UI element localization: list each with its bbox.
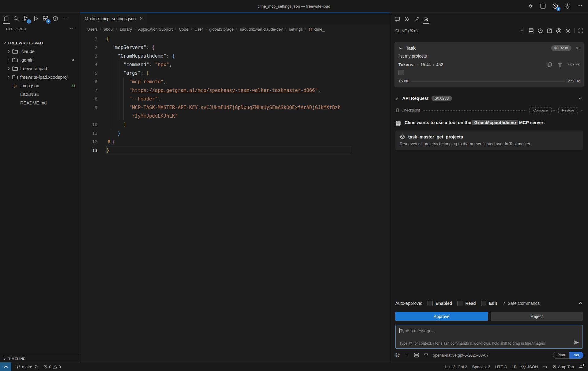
open-in-editor-button[interactable] bbox=[547, 28, 552, 34]
status-label: Amp Tab bbox=[558, 365, 574, 369]
mcp-servers-button[interactable] bbox=[528, 28, 534, 34]
activity-search[interactable] bbox=[12, 13, 21, 24]
chevron-down-icon bbox=[2, 40, 7, 45]
auto-approve-read[interactable]: Read bbox=[457, 301, 476, 306]
status-branch[interactable]: main* bbox=[14, 362, 41, 371]
chevron-separator: › bbox=[100, 27, 101, 31]
layout-columns-button[interactable] bbox=[540, 3, 546, 9]
checkbox[interactable] bbox=[481, 301, 486, 306]
auto-approve-edit[interactable]: Edit bbox=[481, 301, 497, 306]
tree-item-readme-md[interactable]: README.md bbox=[0, 99, 80, 107]
checkbox[interactable] bbox=[457, 301, 462, 306]
view-double-chevron[interactable] bbox=[403, 14, 411, 24]
tree-item-license[interactable]: LICENSE bbox=[0, 90, 80, 99]
breadcrumb-item[interactable]: Users bbox=[87, 27, 98, 32]
openai-button[interactable] bbox=[528, 3, 534, 9]
breadcrumb-item[interactable]: Library bbox=[120, 27, 132, 32]
chevron-down-icon[interactable] bbox=[398, 46, 403, 51]
account-button[interactable]: 1 bbox=[552, 3, 559, 9]
timeline-section[interactable]: TIMELINE bbox=[0, 355, 80, 362]
tool-intro: Cline wants to use a tool on theGramMcpa… bbox=[395, 120, 583, 126]
checkbox[interactable] bbox=[428, 301, 433, 306]
plus-button[interactable] bbox=[404, 352, 410, 358]
auto-approve-enabled[interactable]: Enabled bbox=[428, 301, 452, 306]
approve-button[interactable]: Approve bbox=[395, 312, 488, 321]
count-badge: 2 bbox=[27, 19, 31, 24]
status-amp-tab[interactable]: Amp Tab bbox=[550, 362, 576, 371]
status-indentation[interactable]: Spaces: 2 bbox=[469, 362, 492, 371]
status-eol[interactable]: LF bbox=[509, 362, 519, 371]
plus-button[interactable] bbox=[519, 28, 525, 34]
compare-button[interactable]: Compare bbox=[530, 108, 551, 113]
model-name[interactable]: openai-native:gpt-5-2025-08-07 bbox=[433, 353, 488, 358]
restore-button[interactable]: Restore bbox=[558, 108, 578, 113]
breadcrumb-file[interactable]: cline_ bbox=[314, 27, 325, 32]
code-row: rIyYmJpduLKJhLK" bbox=[80, 112, 390, 120]
at-button[interactable]: @ bbox=[395, 352, 400, 358]
reject-button[interactable]: Reject bbox=[491, 312, 583, 321]
check-icon: ✓ bbox=[395, 96, 399, 101]
activity-explorer-files[interactable] bbox=[2, 13, 11, 24]
tree-root[interactable]: FREEWRITE-IPAD bbox=[0, 39, 80, 47]
activity-extensions[interactable]: 2 bbox=[41, 13, 50, 24]
tree-item-freewrite-ipad[interactable]: freewrite-ipad bbox=[0, 64, 80, 73]
folder-icon bbox=[12, 66, 18, 72]
breadcrumb-item[interactable]: Application Support bbox=[138, 27, 173, 32]
breadcrumb-item[interactable]: settings bbox=[289, 27, 303, 32]
activity-remote-cube[interactable] bbox=[51, 13, 60, 24]
explorer-more-button[interactable]: ⋯ bbox=[70, 26, 75, 32]
code-editor[interactable]: 1 { 2 "mcpServers": { 3 "GramMcpauthdemo… bbox=[80, 34, 390, 362]
chevron-down-icon[interactable] bbox=[578, 96, 583, 101]
error-icon bbox=[43, 365, 47, 369]
plan-mode-button[interactable]: Plan bbox=[553, 352, 569, 359]
tab-close-icon[interactable]: ✕ bbox=[139, 16, 144, 21]
more-button[interactable]: ⋯ bbox=[577, 3, 583, 9]
remote-indicator[interactable]: >< bbox=[0, 362, 11, 371]
tab-cline-mcp-settings[interactable]: {..} cline_mcp_settings.json ✕ bbox=[80, 13, 147, 25]
view-cline-robot[interactable] bbox=[422, 14, 430, 24]
status-copilot[interactable] bbox=[541, 362, 550, 371]
view-comment[interactable] bbox=[393, 14, 401, 24]
view-amp[interactable] bbox=[412, 14, 420, 24]
status-notifications[interactable] bbox=[576, 362, 586, 371]
tree-item-freewrite-ipad-xcodeproj[interactable]: freewrite-ipad.xcodeproj bbox=[0, 73, 80, 81]
settings-gear-button[interactable] bbox=[564, 3, 571, 9]
settings-gear-button[interactable] bbox=[565, 28, 571, 34]
history-button[interactable] bbox=[537, 28, 543, 34]
send-icon[interactable] bbox=[573, 339, 579, 346]
context-rows-button[interactable] bbox=[414, 352, 419, 358]
breadcrumb-item[interactable]: Code bbox=[179, 27, 188, 32]
lightbulb-icon[interactable] bbox=[106, 138, 111, 144]
close-icon[interactable]: ✕ bbox=[575, 46, 580, 51]
rules-scale-button[interactable] bbox=[423, 352, 429, 358]
breadcrumb-item[interactable]: User bbox=[194, 27, 203, 32]
breadcrumb-item[interactable]: saoudrizwan.claude-dev bbox=[240, 27, 283, 32]
tree-item-gemini[interactable]: .gemini bbox=[0, 56, 80, 64]
activity-more[interactable]: ⋯ bbox=[61, 13, 70, 24]
status-encoding[interactable]: UTF-8 bbox=[493, 362, 509, 371]
expand-button[interactable] bbox=[578, 28, 584, 34]
breadcrumb-item[interactable]: globalStorage bbox=[209, 27, 234, 32]
code-line: "--header", bbox=[97, 95, 160, 103]
api-request-row[interactable]: ✓ API Request $0.0238 bbox=[395, 96, 583, 101]
sync-icon bbox=[34, 365, 38, 369]
trash-icon[interactable] bbox=[557, 62, 563, 67]
tree-item-mcp-json[interactable]: {..} .mcp.json U bbox=[0, 81, 80, 90]
status-language-mode[interactable]: {x}JSON bbox=[519, 362, 541, 371]
status-label: 0 bbox=[49, 365, 51, 369]
status-cursor-position[interactable]: Ln 13, Col 2 bbox=[443, 362, 470, 371]
chat-input[interactable]: Type a message... Type @ for context, / … bbox=[395, 325, 583, 349]
account-button[interactable] bbox=[556, 28, 562, 34]
breadcrumb-item[interactable]: abdul bbox=[104, 27, 114, 32]
tree-item-claude[interactable]: .claude bbox=[0, 47, 80, 56]
act-mode-button[interactable]: Act bbox=[569, 352, 583, 359]
explorer-files-icon bbox=[3, 16, 9, 21]
copy-icon[interactable] bbox=[547, 62, 552, 67]
activity-run-debug[interactable] bbox=[31, 13, 40, 24]
json-file-icon: {..} bbox=[309, 28, 312, 31]
activity-source-control[interactable]: 2 bbox=[21, 13, 30, 24]
status-problems[interactable]: 0 0 bbox=[41, 362, 63, 371]
chevron-up-icon[interactable] bbox=[578, 301, 583, 306]
safe-commands[interactable]: ✓Safe Commands bbox=[502, 301, 540, 306]
tool-card[interactable]: task_master_get_projects Retrieves all p… bbox=[395, 131, 583, 150]
